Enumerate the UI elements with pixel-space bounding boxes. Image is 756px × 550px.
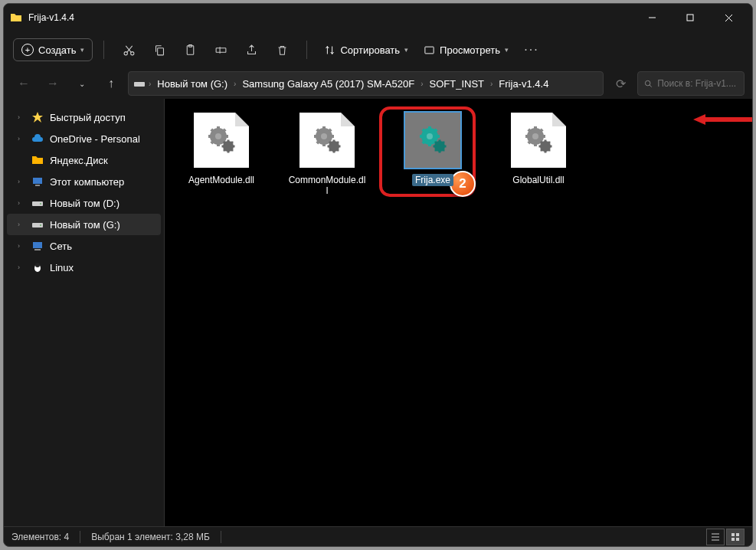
drive-icon: [133, 77, 146, 90]
pc-icon: [31, 175, 44, 188]
view-button[interactable]: Просмотреть ▾: [417, 40, 515, 61]
svg-rect-37: [231, 142, 233, 144]
sort-button[interactable]: Сортировать ▾: [318, 40, 414, 61]
svg-rect-32: [227, 151, 230, 153]
arrow-annotation: [693, 114, 752, 125]
svg-rect-10: [33, 178, 42, 184]
svg-rect-40: [331, 135, 334, 138]
svg-rect-63: [420, 135, 423, 138]
caret-icon: ›: [18, 135, 25, 142]
file-item[interactable]: Frija.exe: [387, 113, 479, 186]
file-item[interactable]: AgentModule.dll: [175, 113, 267, 186]
sidebar-item[interactable]: ›Новый том (D:): [4, 192, 164, 214]
caret-icon: ›: [18, 242, 25, 250]
cut-button[interactable]: [115, 36, 142, 64]
svg-rect-98: [736, 538, 739, 541]
file-name: GlobalUtil.dll: [509, 174, 567, 186]
create-button[interactable]: + Создать ▾: [13, 38, 93, 61]
svg-point-13: [40, 203, 41, 205]
svg-rect-75: [442, 142, 444, 144]
copy-button[interactable]: [146, 36, 173, 64]
maximize-button[interactable]: [673, 5, 708, 30]
star-icon: [31, 111, 44, 123]
svg-point-20: [215, 133, 221, 139]
svg-rect-89: [545, 151, 547, 153]
svg-rect-25: [208, 135, 211, 138]
svg-rect-55: [333, 140, 335, 142]
delete-button[interactable]: [268, 36, 296, 64]
svg-rect-30: [233, 146, 235, 148]
address-bar: ← → ⌄ ↑ › Новый том (G:) › Samsung Galax…: [4, 68, 752, 99]
search-box[interactable]: [637, 71, 745, 96]
sidebar-item[interactable]: ›Быстрый доступ: [4, 106, 164, 128]
view-label: Просмотреть: [440, 44, 500, 56]
svg-rect-93: [545, 140, 547, 142]
svg-point-58: [427, 133, 433, 139]
up-button[interactable]: ↑: [99, 71, 123, 96]
rename-button[interactable]: [207, 36, 234, 64]
more-button[interactable]: ···: [518, 36, 545, 64]
sidebar-label: Linux: [50, 262, 74, 273]
svg-rect-51: [333, 151, 335, 153]
svg-rect-27: [217, 126, 220, 129]
minimize-button[interactable]: [634, 5, 669, 30]
caret-icon: ›: [18, 199, 25, 207]
breadcrumb[interactable]: › Новый том (G:) › Samsung Galaxy A5 (20…: [128, 71, 604, 96]
sidebar-item[interactable]: ›OneDrive - Personal: [4, 128, 164, 149]
sidebar-item[interactable]: Яндекс.Диск: [4, 149, 164, 171]
separator: [221, 531, 221, 543]
svg-rect-97: [731, 538, 735, 541]
breadcrumb-item[interactable]: Samsung Galaxy A5 (2017) SM-A520F: [239, 77, 417, 91]
file-grid[interactable]: 1 2 AgentModule.dllCommonModule.dllFrija…: [165, 99, 752, 526]
paste-button[interactable]: [176, 36, 204, 64]
sidebar-item[interactable]: ›Новый том (G:): [7, 214, 161, 235]
svg-rect-44: [314, 135, 317, 138]
breadcrumb-item[interactable]: SOFT_INST: [426, 77, 487, 91]
separator: [306, 41, 307, 59]
refresh-button[interactable]: ⟳: [608, 71, 633, 96]
status-bar: Элементов: 4 Выбран 1 элемент: 3,28 МБ: [4, 526, 752, 546]
file-icon: [405, 113, 460, 168]
recent-button[interactable]: ⌄: [70, 71, 94, 96]
svg-rect-68: [444, 146, 447, 148]
titlebar[interactable]: Frija-v1.4.4: [4, 4, 752, 31]
svg-rect-35: [224, 142, 226, 144]
create-label: Создать: [38, 44, 76, 56]
sidebar-label: Сеть: [50, 241, 72, 252]
file-name: AgentModule.dll: [185, 174, 257, 186]
svg-rect-21: [225, 135, 228, 138]
svg-rect-53: [328, 146, 330, 148]
window-title: Frija-v1.4.4: [28, 12, 634, 23]
svg-rect-11: [35, 185, 40, 186]
breadcrumb-item[interactable]: Frija-v1.4.4: [496, 77, 551, 91]
sidebar-item[interactable]: ›Сеть: [4, 235, 164, 257]
svg-rect-69: [442, 149, 444, 151]
svg-rect-49: [339, 146, 341, 148]
breadcrumb-item[interactable]: Новый том (G:): [154, 77, 231, 91]
back-button[interactable]: ←: [11, 71, 36, 96]
svg-rect-82: [525, 135, 529, 138]
toolbar: + Создать ▾ Сортировать ▾ Просмотреть ▾ …: [4, 31, 752, 68]
selection-info: Выбран 1 элемент: 3,28 МБ: [91, 532, 210, 542]
file-name: CommonModule.dll: [285, 174, 369, 197]
svg-rect-7: [425, 47, 434, 54]
svg-rect-80: [534, 143, 537, 146]
svg-rect-8: [134, 82, 145, 87]
details-view-button[interactable]: [706, 529, 725, 545]
search-icon: [644, 79, 653, 89]
file-item[interactable]: CommonModule.dll: [281, 113, 373, 197]
icons-view-button[interactable]: [726, 529, 745, 545]
svg-rect-0: [687, 15, 693, 21]
sort-label: Сортировать: [340, 44, 400, 56]
search-input[interactable]: [657, 78, 738, 89]
sidebar-label: Новый том (D:): [50, 198, 119, 209]
svg-rect-61: [428, 143, 431, 146]
file-item[interactable]: GlobalUtil.dll: [493, 113, 584, 186]
sidebar-item[interactable]: ›Linux: [4, 257, 164, 278]
share-button[interactable]: [237, 36, 265, 64]
sidebar-item[interactable]: ›Этот компьютер: [4, 171, 164, 192]
close-button[interactable]: [711, 5, 746, 30]
separator: [103, 41, 104, 59]
forward-button[interactable]: →: [41, 71, 65, 96]
folder-icon: [10, 11, 22, 24]
